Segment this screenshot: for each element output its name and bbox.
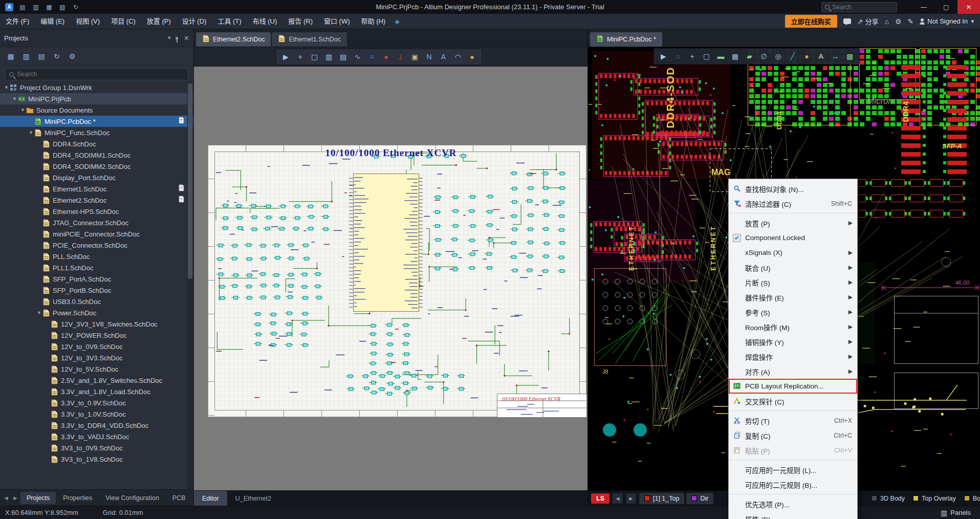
tree-scrollbar-thumb[interactable] bbox=[188, 83, 192, 279]
layer-tab[interactable]: Dir bbox=[686, 493, 713, 504]
menubar-item[interactable]: 放置 (P) bbox=[141, 14, 177, 29]
tree-item[interactable]: 3.3V_and_1.8V_Load.SchDoc bbox=[0, 386, 193, 397]
align-columns-icon[interactable]: ▥ bbox=[322, 51, 335, 63]
global-search-box[interactable] bbox=[821, 2, 897, 12]
measure-icon[interactable]: ∅ bbox=[757, 50, 770, 63]
panel-tab-view-configuration[interactable]: View Configuration bbox=[99, 492, 165, 504]
tree-expand-icon[interactable]: ▼ bbox=[19, 107, 26, 113]
part-icon[interactable]: ▣ bbox=[408, 51, 421, 63]
cursor-icon[interactable]: ▶ bbox=[657, 50, 670, 63]
net-label-icon[interactable]: N bbox=[423, 51, 435, 63]
layers-scroll-right-icon[interactable]: ▶ bbox=[626, 493, 636, 504]
context-menu-item[interactable]: 焊盘操作▶ bbox=[729, 349, 857, 364]
tree-item[interactable]: 3V3_to_1V8.SchDoc bbox=[0, 453, 193, 465]
layer-tab[interactable]: [1] 1_Top bbox=[639, 493, 684, 504]
close-button[interactable]: ✕ bbox=[957, 0, 980, 14]
projects-search-input[interactable] bbox=[17, 71, 160, 78]
layer-legend-item[interactable]: Bott bbox=[964, 495, 980, 502]
panel-tab-properties[interactable]: Properties bbox=[57, 492, 98, 504]
tree-item[interactable]: ▼MiniPC.PrjPcb bbox=[0, 93, 193, 104]
tree-item[interactable]: 12V_to_3V3.SchDoc bbox=[0, 352, 193, 363]
tree-item[interactable]: 3.3V_to_1.0V.SchDoc bbox=[0, 408, 193, 420]
projects-search-box[interactable] bbox=[5, 68, 188, 80]
menubar-item[interactable]: 窗口 (W) bbox=[318, 14, 356, 29]
global-search-input[interactable] bbox=[832, 4, 888, 11]
selection-rect-icon[interactable]: ▢ bbox=[700, 50, 713, 63]
buy-online-button[interactable]: 立即在线购买 bbox=[785, 15, 837, 28]
copy-icon[interactable]: ▥ bbox=[19, 50, 33, 62]
pad-icon[interactable]: ● bbox=[800, 50, 813, 63]
menubar-item[interactable]: 报告 (R) bbox=[282, 14, 318, 29]
context-menu-item[interactable]: 联合 (U)▶ bbox=[729, 260, 857, 275]
layer-legend-item[interactable]: Top Overlay bbox=[913, 495, 956, 502]
sign-in-button[interactable]: Not Signed In▼ bbox=[920, 17, 975, 25]
settings-icon[interactable]: ⚙ bbox=[66, 50, 79, 62]
refresh-icon[interactable]: ↻ bbox=[70, 2, 82, 13]
context-menu-item[interactable]: 铺铜操作 (Y)▶ bbox=[729, 334, 857, 349]
tree-item[interactable]: 3.3V_to_DDR4_VDD.SchDoc bbox=[0, 420, 193, 431]
customize-icon[interactable]: ✎ bbox=[908, 17, 914, 26]
tree-item[interactable]: 12V_to_0V9.SchDoc bbox=[0, 341, 193, 352]
layer-legend-item[interactable]: 3D Body bbox=[872, 495, 905, 502]
tree-item[interactable]: ▼Project Group 1.DsnWrk bbox=[0, 82, 193, 93]
tree-item[interactable]: 12V_POWER.SchDoc bbox=[0, 330, 193, 341]
tree-expand-icon[interactable]: ▼ bbox=[3, 85, 10, 90]
editor-bottom-tab[interactable]: Editor bbox=[194, 491, 227, 506]
layers-scroll-left-icon[interactable]: ◀ bbox=[613, 493, 623, 504]
via-icon[interactable]: ◎ bbox=[772, 50, 785, 63]
tree-item[interactable]: SFP_PortA.SchDoc bbox=[0, 273, 193, 285]
new-document-icon[interactable]: ▤ bbox=[16, 2, 29, 13]
open-document-icon[interactable]: ▥ bbox=[30, 2, 42, 13]
pin-icon[interactable] bbox=[176, 37, 178, 39]
tree-item[interactable]: PCIE_Connector.SchDoc bbox=[0, 240, 193, 251]
tree-item[interactable]: MiniPC.PcbDoc * bbox=[0, 116, 193, 127]
editor-bottom-tab[interactable]: U_Ethernet2 bbox=[227, 491, 279, 506]
text-icon[interactable]: A bbox=[437, 51, 450, 63]
minimize-button[interactable]: — bbox=[912, 0, 935, 14]
quick-access-icon[interactable]: ◈ bbox=[391, 16, 403, 27]
context-menu-item[interactable]: 参考 (S)▶ bbox=[729, 305, 857, 319]
panel-tab-pcb[interactable]: PCB bbox=[166, 492, 192, 504]
tree-item[interactable]: Ethernet-HPS.SchDoc bbox=[0, 206, 193, 217]
menubar-item[interactable]: 工具 (T) bbox=[212, 14, 247, 29]
context-menu-item[interactable]: 可应用的一元规则 (L)... bbox=[729, 462, 857, 477]
menubar-item[interactable]: 项目 (C) bbox=[105, 14, 141, 29]
save-icon[interactable]: ▦ bbox=[43, 2, 55, 13]
tree-expand-icon[interactable]: ▼ bbox=[36, 310, 42, 315]
tree-item[interactable]: Ethernet2.SchDoc bbox=[0, 194, 193, 206]
crosshair-icon[interactable]: + bbox=[294, 51, 307, 63]
layer-set-button[interactable]: LS bbox=[591, 493, 609, 504]
lasso-icon[interactable]: ◌ bbox=[671, 50, 684, 63]
junction-icon[interactable]: ● bbox=[380, 51, 393, 63]
tree-item[interactable]: ▼Source Documents bbox=[0, 104, 193, 116]
tree-item[interactable]: miniPCIE_Connector.SchDoc bbox=[0, 228, 193, 240]
tree-item[interactable]: Display_Port.SchDoc bbox=[0, 172, 193, 183]
panel-close-icon[interactable]: ✕ bbox=[184, 34, 189, 42]
polygon-icon[interactable]: ▰ bbox=[743, 50, 756, 63]
tree-item[interactable]: 3V3_to_0V9.SchDoc bbox=[0, 442, 193, 453]
menubar-item[interactable]: 编辑 (E) bbox=[35, 14, 70, 29]
menubar-item[interactable]: 文件 (F) bbox=[0, 14, 35, 29]
panel-tab-projects[interactable]: Projects bbox=[20, 492, 56, 504]
tree-item[interactable]: ▼Power.SchDoc bbox=[0, 307, 193, 318]
maximize-button[interactable]: ▢ bbox=[935, 0, 957, 14]
import-icon[interactable]: ▧ bbox=[56, 2, 69, 13]
string-icon[interactable]: A bbox=[815, 50, 827, 63]
tabs-scroll-right-icon[interactable]: ▶ bbox=[11, 492, 19, 504]
panels-button[interactable]: ▥Panels bbox=[937, 508, 975, 518]
tree-expand-icon[interactable]: ▼ bbox=[28, 130, 34, 135]
tree-item[interactable]: Ethernet1.SchDoc bbox=[0, 183, 193, 194]
wire-icon[interactable]: ∿ bbox=[351, 51, 364, 63]
context-menu-item[interactable]: 交叉探针 (C) bbox=[729, 394, 857, 408]
context-menu-item[interactable]: 粘贴 (P)Ctrl+V bbox=[729, 443, 857, 458]
context-menu-item[interactable]: PCB Layout Replication... bbox=[729, 379, 857, 394]
tree-item[interactable]: JTAG_Connector.SchDoc bbox=[0, 217, 193, 228]
tree-item[interactable]: DDR4_SODIMM2.SchDoc bbox=[0, 161, 193, 172]
tree-item[interactable]: PLL1.SchDoc bbox=[0, 262, 193, 273]
menubar-item[interactable]: 帮助 (H) bbox=[356, 14, 391, 29]
fill-icon[interactable]: ▩ bbox=[843, 50, 856, 63]
context-menu-item[interactable]: 查找相似对象 (N)... bbox=[729, 181, 857, 196]
comments-icon[interactable] bbox=[843, 18, 851, 24]
align-rows-icon[interactable]: ▤ bbox=[337, 51, 350, 63]
tree-item[interactable]: SFP_PortB.SchDoc bbox=[0, 285, 193, 296]
